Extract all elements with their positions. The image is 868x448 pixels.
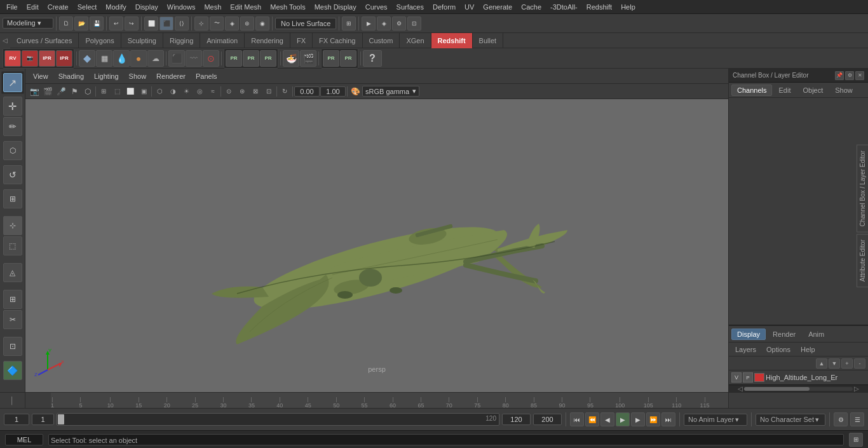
- menu-surfaces[interactable]: Surfaces: [393, 2, 428, 12]
- menu-create[interactable]: Create: [44, 2, 72, 12]
- menu-deform[interactable]: Deform: [429, 2, 459, 12]
- tab-object[interactable]: Object: [797, 85, 829, 96]
- vi-dof[interactable]: ⊙: [222, 86, 235, 97]
- vi-gamma-dropdown[interactable]: sRGB gamma ▾: [362, 86, 419, 97]
- tab-anim[interactable]: Anim: [803, 329, 830, 340]
- settings-btn[interactable]: ⚙: [834, 412, 848, 426]
- scale-tool[interactable]: ⊞: [3, 189, 22, 208]
- shelf-wave[interactable]: 〰: [186, 50, 202, 67]
- crease-tool[interactable]: ⊡: [3, 337, 22, 356]
- paint-tool[interactable]: ✏: [3, 117, 22, 136]
- paint-select[interactable]: ⟨⟩: [175, 17, 189, 31]
- vi-ao[interactable]: ◑: [166, 86, 179, 97]
- rotate-tool[interactable]: ↺: [3, 165, 22, 184]
- tab-edit[interactable]: Edit: [773, 85, 796, 96]
- cb-gear[interactable]: ⚙: [845, 71, 854, 80]
- render-view[interactable]: ▶: [362, 17, 376, 31]
- vi-color-icon[interactable]: 🎨: [349, 86, 362, 97]
- shelf-diamond[interactable]: ◆: [79, 50, 95, 67]
- maya-icon[interactable]: 🔷: [3, 361, 22, 380]
- scroll-right-arrow[interactable]: ▷: [853, 385, 860, 392]
- prefs-btn[interactable]: ☰: [850, 412, 864, 426]
- select-by-hierarchy[interactable]: ⬜: [144, 17, 158, 31]
- select-tool[interactable]: ↗: [3, 73, 22, 92]
- prev-frame-btn[interactable]: ◀: [600, 412, 614, 426]
- tab-bullet[interactable]: Bullet: [473, 33, 504, 48]
- layer-up-btn[interactable]: ▲: [816, 358, 827, 369]
- multi-cut[interactable]: ✂: [3, 310, 22, 329]
- shelf-cube[interactable]: ⬛: [168, 50, 185, 67]
- shelf-ring[interactable]: ⊙: [203, 50, 219, 67]
- show-manipulator[interactable]: ⊹: [3, 216, 22, 235]
- snap-to-grid[interactable]: ⊹: [194, 17, 208, 31]
- snap-to-surface[interactable]: ◉: [255, 17, 269, 31]
- vi-field2[interactable]: 1.00: [320, 86, 346, 97]
- viewport-lighting-menu[interactable]: Lighting: [90, 71, 123, 81]
- mode-dropdown[interactable]: Modeling ▾: [3, 18, 53, 29]
- snap-points[interactable]: ⊞: [3, 290, 22, 309]
- menu-mesh-tools[interactable]: Mesh Tools: [266, 2, 309, 12]
- menu-modify[interactable]: Modify: [102, 2, 130, 12]
- attribute-editor-tab[interactable]: Attribute Editor: [857, 234, 868, 287]
- snap-to-view[interactable]: ⊚: [240, 17, 254, 31]
- viewport-panels-menu[interactable]: Panels: [192, 71, 221, 81]
- no-live-surface-field[interactable]: No Live Surface: [275, 18, 336, 29]
- shelf-sphere[interactable]: ●: [130, 50, 147, 67]
- frame-range-end-field[interactable]: [502, 414, 531, 425]
- tab-rigging[interactable]: Rigging: [163, 33, 200, 48]
- pr2-button[interactable]: PR: [243, 50, 259, 67]
- layer-color-swatch[interactable]: [754, 373, 764, 382]
- status-bar-btn[interactable]: ⊞: [849, 433, 863, 447]
- menu-help[interactable]: Help: [617, 2, 639, 12]
- menu-display[interactable]: Display: [132, 2, 162, 12]
- menu-file[interactable]: File: [3, 2, 22, 12]
- vi-grid[interactable]: ⊞: [97, 86, 110, 97]
- layer-visibility[interactable]: V: [731, 372, 742, 383]
- vi-mic[interactable]: 🎤: [55, 86, 67, 97]
- options-menu[interactable]: Options: [763, 344, 794, 355]
- tab-rendering[interactable]: Rendering: [245, 33, 290, 48]
- next-key-btn[interactable]: ⏩: [646, 412, 660, 426]
- channel-box-tab[interactable]: Channel Box / Layer Editor: [857, 145, 868, 233]
- viewport-view-menu[interactable]: View: [29, 71, 52, 81]
- scroll-left-arrow[interactable]: ◁: [736, 385, 744, 392]
- scroll-thumb[interactable]: [744, 387, 810, 391]
- pr3-button[interactable]: PR: [260, 50, 276, 67]
- frame-start-field[interactable]: [32, 414, 54, 425]
- vi-gate[interactable]: ⊠: [249, 86, 262, 97]
- pr4-button[interactable]: PR: [323, 50, 339, 67]
- ipr2-button[interactable]: IPR: [56, 50, 72, 67]
- layer-remove-btn[interactable]: -: [854, 358, 865, 369]
- no-anim-layer-dropdown[interactable]: No Anim Layer ▾: [684, 414, 747, 426]
- tab-scroll-left[interactable]: ◁: [0, 33, 10, 48]
- vi-film[interactable]: 🎬: [41, 86, 54, 97]
- vi-res[interactable]: ⊡: [262, 86, 275, 97]
- vi-camera[interactable]: 📷: [28, 86, 41, 97]
- menu-3dtoall[interactable]: -3DtoAll-: [546, 2, 581, 12]
- vi-smooth[interactable]: ⬜: [124, 86, 137, 97]
- current-frame-field[interactable]: [4, 414, 29, 425]
- script-type-field[interactable]: MEL: [5, 434, 43, 445]
- next-frame-btn[interactable]: ▶: [631, 412, 645, 426]
- tab-custom[interactable]: Custom: [363, 33, 400, 48]
- menu-uv[interactable]: UV: [461, 2, 478, 12]
- viewport-shading-menu[interactable]: Shading: [55, 71, 88, 81]
- render-film[interactable]: 🎬: [300, 50, 316, 67]
- layers-menu[interactable]: Layers: [731, 344, 760, 355]
- vi-wireframe[interactable]: ⬚: [111, 86, 123, 97]
- undo-button[interactable]: ↩: [109, 17, 123, 31]
- vi-env[interactable]: ◎: [193, 86, 206, 97]
- tab-fx-caching[interactable]: FX Caching: [313, 33, 362, 48]
- menu-generate[interactable]: Generate: [479, 2, 516, 12]
- frame-slider[interactable]: 120: [57, 413, 499, 426]
- save-scene-button[interactable]: 💾: [90, 17, 104, 31]
- tab-render[interactable]: Render: [767, 329, 801, 340]
- cb-close[interactable]: ✕: [855, 71, 864, 80]
- menu-edit-mesh[interactable]: Edit Mesh: [226, 2, 265, 12]
- vi-sync[interactable]: ↻: [278, 86, 291, 97]
- menu-edit[interactable]: Edit: [23, 2, 43, 12]
- frame-slider-thumb[interactable]: [58, 414, 64, 424]
- tab-polygons[interactable]: Polygons: [79, 33, 121, 48]
- tab-curves-surfaces[interactable]: Curves / Surfaces: [10, 33, 79, 48]
- vi-isolate[interactable]: ⬡: [81, 86, 94, 97]
